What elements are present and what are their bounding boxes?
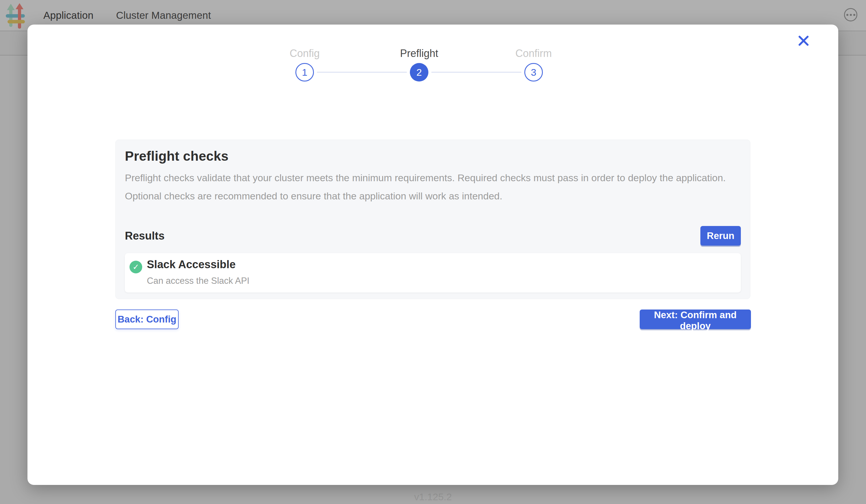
preflight-panel: Preflight checks Preflight checks valida…: [115, 139, 751, 299]
check-pass-icon: ✓: [130, 261, 142, 273]
step-circle-confirm[interactable]: 3: [524, 63, 543, 81]
rerun-button[interactable]: Rerun: [700, 226, 741, 246]
check-detail: Can access the Slack API: [147, 276, 249, 286]
panel-description: Preflight checks validate that your clus…: [125, 169, 741, 205]
step-label-config: Config: [247, 48, 362, 59]
close-icon: [798, 35, 809, 46]
preflight-modal: Config Preflight Confirm 1 2 3 Preflight…: [27, 24, 838, 485]
step-label-confirm: Confirm: [476, 48, 591, 59]
check-name: Slack Accessible: [147, 258, 236, 271]
step-connector: [317, 72, 407, 73]
step-connector: [431, 72, 521, 73]
wizard-stepper: Config Preflight Confirm 1 2 3: [247, 48, 591, 81]
results-heading: Results: [125, 230, 165, 242]
check-result-row: ✓ Slack Accessible Can access the Slack …: [125, 253, 741, 292]
next-button[interactable]: Next: Confirm and deploy: [640, 310, 751, 329]
back-button[interactable]: Back: Config: [115, 310, 179, 329]
panel-title: Preflight checks: [125, 148, 741, 164]
close-button[interactable]: [796, 33, 812, 49]
step-label-preflight: Preflight: [362, 48, 476, 59]
step-circle-preflight[interactable]: 2: [410, 63, 429, 81]
step-circle-config[interactable]: 1: [296, 63, 314, 81]
